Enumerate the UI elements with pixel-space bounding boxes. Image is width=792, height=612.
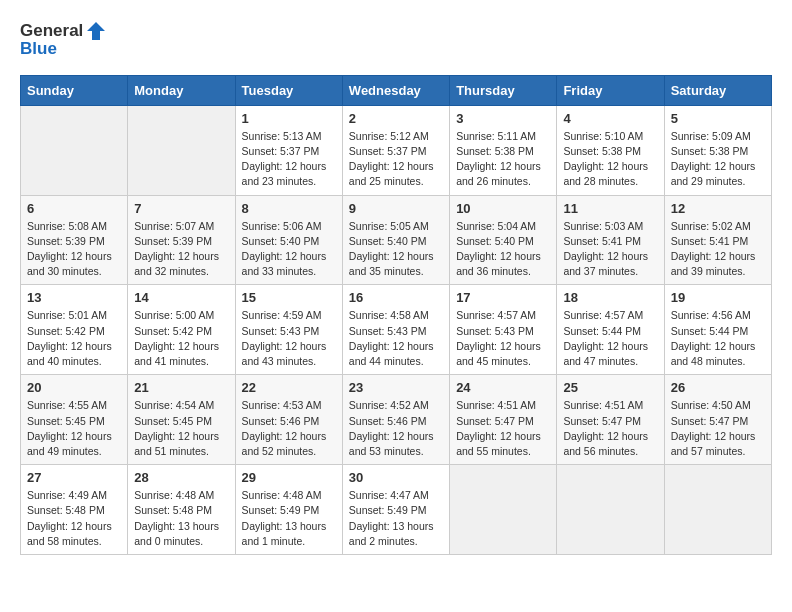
day-detail: Sunrise: 4:49 AMSunset: 5:48 PMDaylight:… bbox=[27, 488, 121, 549]
day-detail: Sunrise: 5:03 AMSunset: 5:41 PMDaylight:… bbox=[563, 219, 657, 280]
logo-blue-text: Blue bbox=[20, 40, 57, 59]
day-number: 8 bbox=[242, 201, 336, 216]
calendar-day-cell: 15Sunrise: 4:59 AMSunset: 5:43 PMDayligh… bbox=[235, 285, 342, 375]
day-number: 24 bbox=[456, 380, 550, 395]
day-detail: Sunrise: 4:53 AMSunset: 5:46 PMDaylight:… bbox=[242, 398, 336, 459]
day-detail: Sunrise: 4:58 AMSunset: 5:43 PMDaylight:… bbox=[349, 308, 443, 369]
day-detail: Sunrise: 5:01 AMSunset: 5:42 PMDaylight:… bbox=[27, 308, 121, 369]
day-number: 25 bbox=[563, 380, 657, 395]
day-detail: Sunrise: 4:56 AMSunset: 5:44 PMDaylight:… bbox=[671, 308, 765, 369]
day-detail: Sunrise: 4:54 AMSunset: 5:45 PMDaylight:… bbox=[134, 398, 228, 459]
day-detail: Sunrise: 5:07 AMSunset: 5:39 PMDaylight:… bbox=[134, 219, 228, 280]
calendar-day-cell: 12Sunrise: 5:02 AMSunset: 5:41 PMDayligh… bbox=[664, 195, 771, 285]
header: General Blue bbox=[20, 20, 772, 59]
day-number: 6 bbox=[27, 201, 121, 216]
calendar-day-cell: 11Sunrise: 5:03 AMSunset: 5:41 PMDayligh… bbox=[557, 195, 664, 285]
day-number: 29 bbox=[242, 470, 336, 485]
day-detail: Sunrise: 5:12 AMSunset: 5:37 PMDaylight:… bbox=[349, 129, 443, 190]
day-detail: Sunrise: 4:48 AMSunset: 5:48 PMDaylight:… bbox=[134, 488, 228, 549]
day-number: 12 bbox=[671, 201, 765, 216]
day-number: 21 bbox=[134, 380, 228, 395]
weekday-header: Friday bbox=[557, 75, 664, 105]
day-number: 2 bbox=[349, 111, 443, 126]
day-number: 9 bbox=[349, 201, 443, 216]
day-detail: Sunrise: 4:50 AMSunset: 5:47 PMDaylight:… bbox=[671, 398, 765, 459]
calendar-day-cell: 2Sunrise: 5:12 AMSunset: 5:37 PMDaylight… bbox=[342, 105, 449, 195]
day-detail: Sunrise: 5:11 AMSunset: 5:38 PMDaylight:… bbox=[456, 129, 550, 190]
calendar-week-row: 1Sunrise: 5:13 AMSunset: 5:37 PMDaylight… bbox=[21, 105, 772, 195]
day-detail: Sunrise: 4:51 AMSunset: 5:47 PMDaylight:… bbox=[563, 398, 657, 459]
day-detail: Sunrise: 4:48 AMSunset: 5:49 PMDaylight:… bbox=[242, 488, 336, 549]
calendar-day-cell: 13Sunrise: 5:01 AMSunset: 5:42 PMDayligh… bbox=[21, 285, 128, 375]
calendar-day-cell: 14Sunrise: 5:00 AMSunset: 5:42 PMDayligh… bbox=[128, 285, 235, 375]
day-detail: Sunrise: 5:05 AMSunset: 5:40 PMDaylight:… bbox=[349, 219, 443, 280]
day-number: 1 bbox=[242, 111, 336, 126]
calendar-day-cell: 19Sunrise: 4:56 AMSunset: 5:44 PMDayligh… bbox=[664, 285, 771, 375]
day-number: 3 bbox=[456, 111, 550, 126]
day-number: 11 bbox=[563, 201, 657, 216]
day-detail: Sunrise: 4:52 AMSunset: 5:46 PMDaylight:… bbox=[349, 398, 443, 459]
calendar-day-cell: 24Sunrise: 4:51 AMSunset: 5:47 PMDayligh… bbox=[450, 375, 557, 465]
day-detail: Sunrise: 5:02 AMSunset: 5:41 PMDaylight:… bbox=[671, 219, 765, 280]
weekday-header: Sunday bbox=[21, 75, 128, 105]
calendar-day-cell: 22Sunrise: 4:53 AMSunset: 5:46 PMDayligh… bbox=[235, 375, 342, 465]
day-number: 5 bbox=[671, 111, 765, 126]
calendar-day-cell: 3Sunrise: 5:11 AMSunset: 5:38 PMDaylight… bbox=[450, 105, 557, 195]
calendar-week-row: 27Sunrise: 4:49 AMSunset: 5:48 PMDayligh… bbox=[21, 465, 772, 555]
day-detail: Sunrise: 5:06 AMSunset: 5:40 PMDaylight:… bbox=[242, 219, 336, 280]
day-number: 14 bbox=[134, 290, 228, 305]
day-number: 4 bbox=[563, 111, 657, 126]
calendar-day-cell: 6Sunrise: 5:08 AMSunset: 5:39 PMDaylight… bbox=[21, 195, 128, 285]
day-detail: Sunrise: 5:08 AMSunset: 5:39 PMDaylight:… bbox=[27, 219, 121, 280]
weekday-header: Saturday bbox=[664, 75, 771, 105]
calendar-day-cell bbox=[450, 465, 557, 555]
day-detail: Sunrise: 4:57 AMSunset: 5:43 PMDaylight:… bbox=[456, 308, 550, 369]
day-detail: Sunrise: 5:13 AMSunset: 5:37 PMDaylight:… bbox=[242, 129, 336, 190]
weekday-header-row: SundayMondayTuesdayWednesdayThursdayFrid… bbox=[21, 75, 772, 105]
day-number: 18 bbox=[563, 290, 657, 305]
day-number: 22 bbox=[242, 380, 336, 395]
day-detail: Sunrise: 4:57 AMSunset: 5:44 PMDaylight:… bbox=[563, 308, 657, 369]
day-number: 16 bbox=[349, 290, 443, 305]
day-detail: Sunrise: 4:47 AMSunset: 5:49 PMDaylight:… bbox=[349, 488, 443, 549]
calendar-day-cell: 29Sunrise: 4:48 AMSunset: 5:49 PMDayligh… bbox=[235, 465, 342, 555]
calendar-day-cell: 20Sunrise: 4:55 AMSunset: 5:45 PMDayligh… bbox=[21, 375, 128, 465]
logo-arrow-icon bbox=[85, 20, 107, 42]
calendar-day-cell bbox=[128, 105, 235, 195]
calendar-day-cell: 9Sunrise: 5:05 AMSunset: 5:40 PMDaylight… bbox=[342, 195, 449, 285]
calendar-day-cell bbox=[21, 105, 128, 195]
weekday-header: Thursday bbox=[450, 75, 557, 105]
calendar-week-row: 20Sunrise: 4:55 AMSunset: 5:45 PMDayligh… bbox=[21, 375, 772, 465]
calendar-day-cell: 7Sunrise: 5:07 AMSunset: 5:39 PMDaylight… bbox=[128, 195, 235, 285]
day-number: 30 bbox=[349, 470, 443, 485]
calendar-week-row: 13Sunrise: 5:01 AMSunset: 5:42 PMDayligh… bbox=[21, 285, 772, 375]
day-number: 27 bbox=[27, 470, 121, 485]
calendar-day-cell: 28Sunrise: 4:48 AMSunset: 5:48 PMDayligh… bbox=[128, 465, 235, 555]
day-number: 13 bbox=[27, 290, 121, 305]
day-number: 17 bbox=[456, 290, 550, 305]
logo-container: General Blue bbox=[20, 20, 107, 59]
day-number: 15 bbox=[242, 290, 336, 305]
calendar: SundayMondayTuesdayWednesdayThursdayFrid… bbox=[20, 75, 772, 555]
day-detail: Sunrise: 5:10 AMSunset: 5:38 PMDaylight:… bbox=[563, 129, 657, 190]
calendar-day-cell bbox=[557, 465, 664, 555]
weekday-header: Wednesday bbox=[342, 75, 449, 105]
day-number: 26 bbox=[671, 380, 765, 395]
calendar-day-cell: 4Sunrise: 5:10 AMSunset: 5:38 PMDaylight… bbox=[557, 105, 664, 195]
calendar-day-cell: 21Sunrise: 4:54 AMSunset: 5:45 PMDayligh… bbox=[128, 375, 235, 465]
calendar-day-cell: 18Sunrise: 4:57 AMSunset: 5:44 PMDayligh… bbox=[557, 285, 664, 375]
svg-marker-0 bbox=[87, 22, 105, 40]
calendar-day-cell: 10Sunrise: 5:04 AMSunset: 5:40 PMDayligh… bbox=[450, 195, 557, 285]
weekday-header: Monday bbox=[128, 75, 235, 105]
day-number: 10 bbox=[456, 201, 550, 216]
calendar-day-cell: 8Sunrise: 5:06 AMSunset: 5:40 PMDaylight… bbox=[235, 195, 342, 285]
calendar-day-cell: 5Sunrise: 5:09 AMSunset: 5:38 PMDaylight… bbox=[664, 105, 771, 195]
calendar-day-cell bbox=[664, 465, 771, 555]
day-number: 7 bbox=[134, 201, 228, 216]
day-number: 19 bbox=[671, 290, 765, 305]
calendar-day-cell: 25Sunrise: 4:51 AMSunset: 5:47 PMDayligh… bbox=[557, 375, 664, 465]
day-detail: Sunrise: 5:00 AMSunset: 5:42 PMDaylight:… bbox=[134, 308, 228, 369]
day-detail: Sunrise: 4:55 AMSunset: 5:45 PMDaylight:… bbox=[27, 398, 121, 459]
day-detail: Sunrise: 4:59 AMSunset: 5:43 PMDaylight:… bbox=[242, 308, 336, 369]
day-number: 20 bbox=[27, 380, 121, 395]
